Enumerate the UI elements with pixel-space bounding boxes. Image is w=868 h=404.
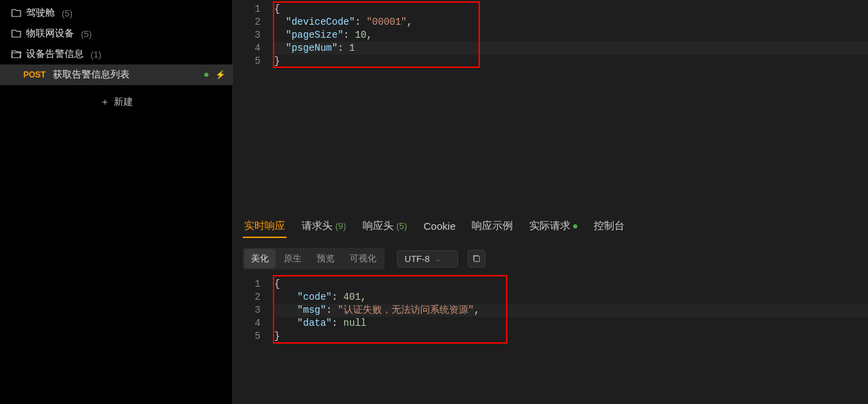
sidebar-item-count: (5): [81, 29, 92, 39]
view-mode-button[interactable]: 美化: [244, 249, 276, 268]
copy-button[interactable]: [468, 250, 485, 268]
sidebar-item-count: (1): [91, 49, 101, 60]
tab-label: 控制台: [594, 219, 625, 233]
request-body-editor[interactable]: 12345 { "deviceCode": "00001", "pageSize…: [233, 0, 868, 206]
new-button-label: 新建: [114, 96, 133, 108]
line-number: 2: [233, 16, 261, 29]
response-tab[interactable]: 实际请求: [528, 215, 579, 238]
code-line[interactable]: "msg": "认证失败，无法访问系统资源",: [273, 304, 868, 317]
folder-icon: [11, 8, 22, 19]
new-button[interactable]: ＋ 新建: [11, 91, 221, 114]
status-dot-icon: [204, 73, 208, 77]
bolt-icon: ⚡: [215, 70, 226, 80]
editor-gutter: 12345: [233, 0, 273, 206]
response-tab[interactable]: Cookie: [422, 216, 457, 237]
folder-icon: [11, 28, 22, 39]
code-line[interactable]: "pageSize": 10,: [273, 29, 868, 42]
main-panel: 12345 { "deviceCode": "00001", "pageSize…: [233, 0, 868, 404]
code-line[interactable]: "deviceCode": "00001",: [273, 16, 868, 29]
chevron-down-icon: ⌄: [435, 255, 441, 263]
svg-rect-0: [474, 257, 479, 262]
response-tab[interactable]: 实时响应: [243, 215, 287, 238]
response-tab[interactable]: 响应头(5): [361, 215, 409, 238]
editor-gutter: 12345: [233, 275, 273, 404]
view-mode-button[interactable]: 原生: [277, 249, 309, 268]
line-number: 4: [233, 317, 261, 330]
code-line[interactable]: }: [273, 55, 868, 68]
sidebar-item-label: 获取告警信息列表: [53, 69, 130, 81]
response-tab[interactable]: 响应示例: [470, 215, 514, 238]
code-line[interactable]: }: [273, 330, 868, 343]
line-number: 1: [233, 3, 261, 16]
line-number: 2: [233, 291, 261, 304]
tab-label: 实时响应: [244, 219, 285, 233]
line-number: 1: [233, 278, 261, 291]
http-method-badge: POST: [23, 70, 46, 80]
code-line[interactable]: "psgeNum": 1: [273, 42, 868, 55]
tab-count: (9): [335, 221, 346, 231]
encoding-select[interactable]: UTF-8 ⌄: [397, 250, 458, 268]
view-mode-button[interactable]: 预览: [310, 249, 341, 268]
status-dot-icon: [573, 224, 577, 228]
folder-open-icon: [11, 49, 22, 60]
tab-label: Cookie: [424, 220, 456, 232]
code-line[interactable]: "data": null: [273, 317, 868, 330]
response-tabs: 实时响应请求头(9)响应头(5)Cookie响应示例实际请求控制台: [233, 206, 868, 238]
response-toolbar: 美化原生预览可视化 UTF-8 ⌄: [233, 238, 868, 274]
copy-icon: [472, 254, 481, 263]
encoding-value: UTF-8: [405, 254, 430, 264]
sidebar-item-label: 物联网设备: [26, 27, 74, 40]
sidebar-item-label: 驾驶舱: [26, 7, 55, 19]
response-tab[interactable]: 请求头(9): [300, 215, 348, 238]
sidebar-item-iot-devices[interactable]: 物联网设备 (5): [0, 23, 232, 44]
line-number: 5: [233, 330, 261, 343]
response-tab[interactable]: 控制台: [592, 215, 626, 238]
sidebar-item-dashboard[interactable]: 驾驶舱 (5): [0, 3, 232, 23]
code-line[interactable]: {: [273, 3, 868, 16]
sidebar-item-count: (5): [62, 8, 73, 19]
line-number: 3: [233, 29, 261, 42]
tab-label: 响应示例: [472, 219, 513, 233]
code-line[interactable]: {: [273, 278, 868, 291]
sidebar-item-label: 设备告警信息: [26, 48, 84, 60]
sidebar: 驾驶舱 (5) 物联网设备 (5) 设备告警信息 (1) POST 获取告警信息…: [0, 0, 233, 404]
sidebar-item-device-alerts[interactable]: 设备告警信息 (1): [0, 44, 232, 64]
line-number: 5: [233, 55, 261, 68]
tab-label: 响应头: [363, 219, 394, 233]
plus-icon: ＋: [100, 96, 110, 108]
tab-label: 实际请求: [529, 219, 570, 233]
tab-label: 请求头: [302, 219, 333, 233]
editor-content[interactable]: { "code": 401, "msg": "认证失败，无法访问系统资源", "…: [273, 275, 868, 404]
view-mode-button[interactable]: 可视化: [343, 249, 383, 268]
code-line[interactable]: "code": 401,: [273, 291, 868, 304]
line-number: 3: [233, 304, 261, 317]
editor-content[interactable]: { "deviceCode": "00001", "pageSize": 10,…: [273, 0, 868, 206]
response-body-editor[interactable]: 12345 { "code": 401, "msg": "认证失败，无法访问系统…: [233, 274, 868, 404]
line-number: 4: [233, 42, 261, 55]
tab-count: (5): [396, 221, 407, 231]
sidebar-request-item[interactable]: POST 获取告警信息列表 ⚡: [0, 64, 232, 85]
